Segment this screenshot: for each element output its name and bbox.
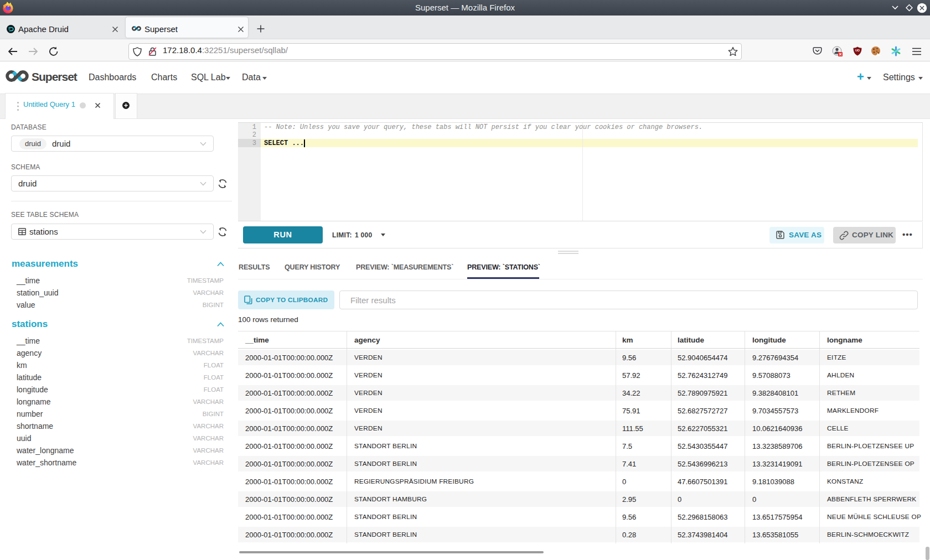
svg-text:UO: UO	[855, 49, 860, 52]
